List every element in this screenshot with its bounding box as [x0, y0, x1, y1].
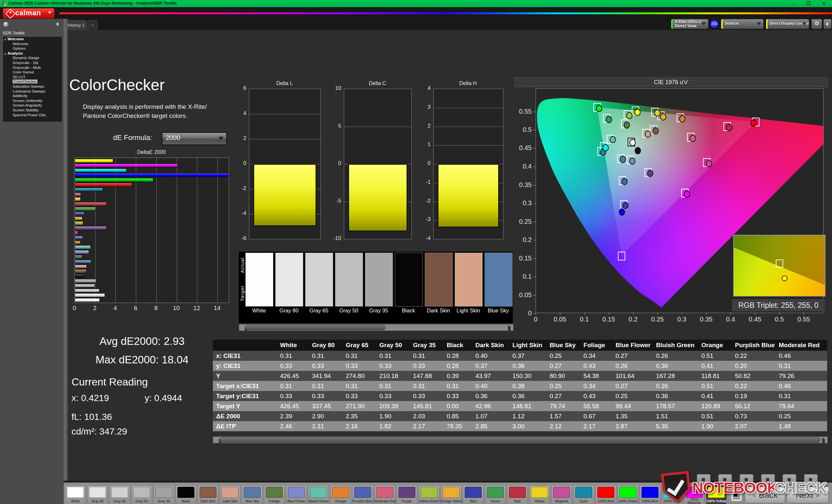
settings-button[interactable]: ⚙ [811, 19, 822, 29]
meter-status-stripe [671, 19, 673, 29]
sidebar-tree: WelcomeWelcomeOptionsAnalysisDynamic Ran… [3, 36, 62, 122]
sidebar-item-grayscale-multi[interactable]: Grayscale - Multi [3, 65, 62, 70]
sidebar-item-analysis[interactable]: Analysis [3, 51, 62, 56]
patch-label: Foliage [263, 498, 286, 504]
patch-button-100-blue[interactable]: 100% Blue [640, 485, 660, 504]
patch-button-white[interactable]: White [65, 485, 86, 504]
sidebar-item-spectral-power-dist-[interactable]: Spectral Power Dist. [3, 113, 62, 117]
minimize-button[interactable]: – [789, 1, 799, 6]
patch-button-blue-flower[interactable]: Blue Flower [286, 485, 307, 504]
patch-button-magenta[interactable]: Magenta [551, 485, 572, 504]
sidebar-item-screen-uniformity[interactable]: Screen Uniformity [3, 99, 62, 103]
scroll-right-icon[interactable] [822, 438, 829, 446]
table-col-dark-skin: Dark Skin [472, 340, 509, 351]
title-bar: Calman 2025 Calman Ultimate for Business… [0, 0, 832, 7]
patch-button-gray-50[interactable]: Gray 50 [131, 485, 152, 504]
deltae-bar-gray-80 [75, 293, 105, 297]
swatch-scroll-thumb[interactable] [245, 325, 386, 330]
patch-button-orange[interactable]: Orange [330, 485, 351, 504]
table-col-orange: Orange [698, 340, 732, 351]
patch-label: Gray 50 [130, 498, 153, 504]
patch-button-purple[interactable]: Purple [396, 485, 417, 504]
sidebar-item-colorchecker[interactable]: ColorChecker [3, 79, 62, 84]
patch-button-yellow-green[interactable]: Yellow Green [419, 485, 439, 504]
sidebar-item-saturation-sweeps[interactable]: Saturation Sweeps [3, 84, 62, 89]
delta-y-tick: 5 [328, 123, 341, 129]
scroll-right-icon[interactable] [508, 325, 515, 333]
sidebar-item-color-gamut[interactable]: Color Gamut [3, 70, 62, 75]
patch-label: Orange Yellow [440, 498, 463, 504]
sidebar-item-welcome[interactable]: Welcome [3, 41, 62, 47]
patch-button-gray-80[interactable]: Gray 80 [87, 485, 108, 504]
sidebar-item-additivity[interactable]: Additivity [3, 93, 62, 99]
sidebar-item-luminance-sweeps[interactable]: Luminance Sweeps [3, 89, 62, 94]
cie-measured-100-cyan [602, 144, 609, 151]
cie-measured-foliage [624, 121, 630, 129]
sidebar-item-welcome[interactable]: Welcome [3, 37, 62, 41]
patch-button-gray-35[interactable]: Gray 35 [153, 485, 174, 504]
calman-menu-button[interactable]: calman [3, 8, 55, 19]
swatch-gray-65 [305, 253, 333, 307]
table-col-gray-50: Gray 50 [376, 340, 410, 351]
patch-button-red[interactable]: Red [507, 485, 528, 504]
patch-button-yellow[interactable]: Yellow [529, 485, 550, 504]
patch-color-chip [642, 487, 658, 498]
delta-y-tick: 0 [418, 160, 431, 167]
swatch-scrollbar[interactable] [239, 324, 514, 331]
patch-button-100-green[interactable]: 100% Green [618, 485, 638, 504]
sidebar-item-dynamic-range[interactable]: Dynamic Range [3, 56, 62, 60]
patch-button-purplish-blue[interactable]: Purplish Blue [352, 485, 373, 504]
cie-y-tick: 0.55 [513, 108, 532, 115]
de-formula-select[interactable]: 2000 [162, 132, 227, 145]
cie-x-tick: 0.5 [770, 316, 788, 323]
table-scroll-thumb[interactable] [220, 437, 820, 443]
meter-dropdown[interactable]: X-Rite i1Pro 2 Direct View [671, 19, 708, 29]
patch-button-black[interactable]: Black [176, 485, 196, 504]
meter-count-badge[interactable]: 233 [710, 20, 719, 29]
patch-button-moderate-red[interactable]: Moderate Red [374, 485, 395, 504]
sidebar-item-grayscale-2pt[interactable]: Grayscale - 2pt [3, 60, 62, 65]
deltae-gridline [197, 158, 197, 303]
current-reading-label: Current Reading [72, 376, 148, 388]
description-line1: Display analysis is performed with the X… [83, 103, 207, 110]
results-table: WhiteGray 80Gray 65Gray 50Gray 35BlackDa… [213, 340, 827, 435]
patch-button-foliage[interactable]: Foliage [264, 485, 285, 504]
patch-color-chip [111, 487, 128, 498]
patch-label: Moderate Red [373, 498, 396, 504]
table-col-gray-80: Gray 80 [309, 340, 342, 351]
meter-line2: Direct View [675, 24, 697, 28]
sidebar-item-3d-lut[interactable]: 3D LUT [3, 75, 62, 80]
patch-button-gray-65[interactable]: Gray 65 [109, 485, 130, 504]
sidebar-item-label: Screen Stability [13, 108, 39, 112]
patch-button-bluish-green[interactable]: Bluish Green [308, 485, 329, 504]
tab-history-1[interactable]: History 1 [65, 20, 87, 30]
patch-button-100-red[interactable]: 100% Red [595, 485, 616, 504]
sidebar-item-screen-stability[interactable]: Screen Stability [3, 108, 62, 113]
patch-color-chip [266, 487, 283, 498]
sidebar-item-screen-angularity[interactable]: Screen Angularity [3, 103, 62, 108]
patch-button-light-skin[interactable]: Light Skin [220, 485, 240, 504]
patch-button-blue-sky[interactable]: Blue Sky [242, 485, 263, 504]
patch-button-cyan[interactable]: Cyan [573, 485, 594, 504]
tab-add-button[interactable]: + [88, 20, 98, 30]
table-row: y: CIE310.330.330.330.330.330.280.370.36… [213, 361, 827, 371]
source-dropdown[interactable]: Source [721, 19, 764, 29]
close-button[interactable]: ✕ [819, 1, 829, 6]
table-scrollbar[interactable] [213, 437, 828, 443]
panel-collapse-button[interactable] [823, 19, 832, 29]
display-control-dropdown[interactable]: Direct Display Control [766, 19, 809, 29]
sidebar-item-options[interactable]: Options [3, 46, 62, 51]
deltae-x-tick: 2 [90, 305, 100, 312]
sidebar-collapse-icon[interactable] [56, 22, 58, 26]
deltae-bar-gray-65 [75, 289, 100, 292]
sidebar-splitter[interactable] [64, 19, 68, 504]
delta-chart-delta-c [344, 89, 412, 239]
sidebar-menu-button[interactable] [3, 22, 9, 28]
swatch-gray-80 [275, 253, 303, 307]
patch-button-dark-skin[interactable]: Dark Skin [198, 485, 218, 504]
patch-label: Blue Flower [285, 498, 308, 504]
maximize-button[interactable]: ❐ [803, 1, 813, 6]
patch-button-green[interactable]: Green [485, 485, 506, 504]
patch-button-orange-yellow[interactable]: Orange Yellow [441, 485, 462, 504]
patch-button-blue[interactable]: Blue [463, 485, 484, 504]
